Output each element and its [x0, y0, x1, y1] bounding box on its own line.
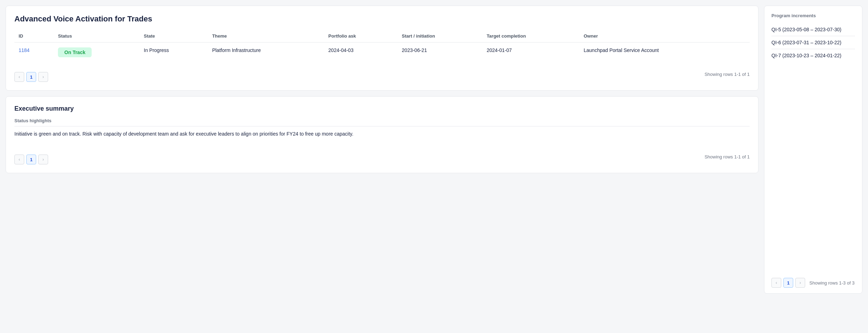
- exec-summary-title: Executive summary: [14, 105, 750, 112]
- prev-page-button[interactable]: ‹: [14, 72, 24, 82]
- status-badge: On Track: [58, 47, 92, 57]
- pi-next-page-button[interactable]: ›: [795, 278, 805, 288]
- exec-page-1-button[interactable]: 1: [26, 155, 36, 164]
- exec-summary-text: Initiative is green and on track. Risk w…: [14, 130, 750, 138]
- program-increments-card: Program increments QI-5 (2023-05-08 – 20…: [764, 6, 862, 294]
- exec-pagination-row: ‹ 1 › Showing rows 1-1 of 1: [14, 138, 750, 164]
- cell-start-initiation: 2023-06-21: [397, 43, 482, 63]
- col-theme: Theme: [208, 31, 324, 43]
- cell-target-completion: 2024-01-07: [482, 43, 579, 63]
- col-start-initiation: Start / initiation: [397, 31, 482, 43]
- pi-showing-rows: Showing rows 1-3 of 3: [809, 280, 855, 286]
- col-id: ID: [14, 31, 54, 43]
- page-1-button[interactable]: 1: [26, 72, 36, 82]
- cell-theme: Platform Infrastructure: [208, 43, 324, 63]
- initiative-table: ID Status State Theme Portfolio ask Star…: [14, 31, 750, 62]
- table-pagination-row: ‹ 1 › Showing rows 1-1 of 1: [14, 66, 750, 82]
- pi-item-1[interactable]: QI-5 (2023-05-08 – 2023-07-30): [771, 23, 855, 36]
- col-owner: Owner: [579, 31, 750, 43]
- next-page-button[interactable]: ›: [38, 72, 48, 82]
- executive-summary-card: Executive summary Status highlights Init…: [6, 96, 758, 173]
- initiative-table-card: Advanced Voice Activation for Trades ID …: [6, 6, 758, 91]
- exec-showing-rows: Showing rows 1-1 of 1: [704, 154, 750, 159]
- pi-page-1-button[interactable]: 1: [783, 278, 793, 288]
- pi-prev-page-button[interactable]: ‹: [771, 278, 781, 288]
- table-pagination: ‹ 1 ›: [14, 72, 48, 82]
- table-showing-rows: Showing rows 1-1 of 1: [704, 72, 750, 77]
- col-target-completion: Target completion: [482, 31, 579, 43]
- pi-item-2[interactable]: QI-6 (2023-07-31 – 2023-10-22): [771, 36, 855, 49]
- col-portfolio-ask: Portfolio ask: [324, 31, 397, 43]
- cell-portfolio-ask: 2024-04-03: [324, 43, 397, 63]
- pi-pagination-row: ‹ 1 › Showing rows 1-3 of 3: [771, 275, 855, 288]
- page-title: Advanced Voice Activation for Trades: [14, 14, 750, 24]
- program-increments-content: Program increments QI-5 (2023-05-08 – 20…: [771, 13, 855, 271]
- pi-item-3[interactable]: QI-7 (2023-10-23 – 2024-01-22): [771, 49, 855, 62]
- cell-state: In Progress: [140, 43, 208, 63]
- main-panel: Advanced Voice Activation for Trades ID …: [6, 6, 758, 173]
- col-status: Status: [54, 31, 139, 43]
- cell-id: 1184: [14, 43, 54, 63]
- exec-next-page-button[interactable]: ›: [38, 155, 48, 164]
- exec-prev-page-button[interactable]: ‹: [14, 155, 24, 164]
- status-highlights-label: Status highlights: [14, 118, 750, 126]
- program-increments-title: Program increments: [771, 13, 855, 18]
- cell-status: On Track: [54, 43, 139, 63]
- right-panel: Program increments QI-5 (2023-05-08 – 20…: [764, 6, 862, 294]
- col-state: State: [140, 31, 208, 43]
- cell-owner: Launchpad Portal Service Account: [579, 43, 750, 63]
- table-row: 1184 On Track In Progress Platform Infra…: [14, 43, 750, 63]
- exec-pagination: ‹ 1 ›: [14, 155, 48, 164]
- id-link[interactable]: 1184: [19, 47, 29, 53]
